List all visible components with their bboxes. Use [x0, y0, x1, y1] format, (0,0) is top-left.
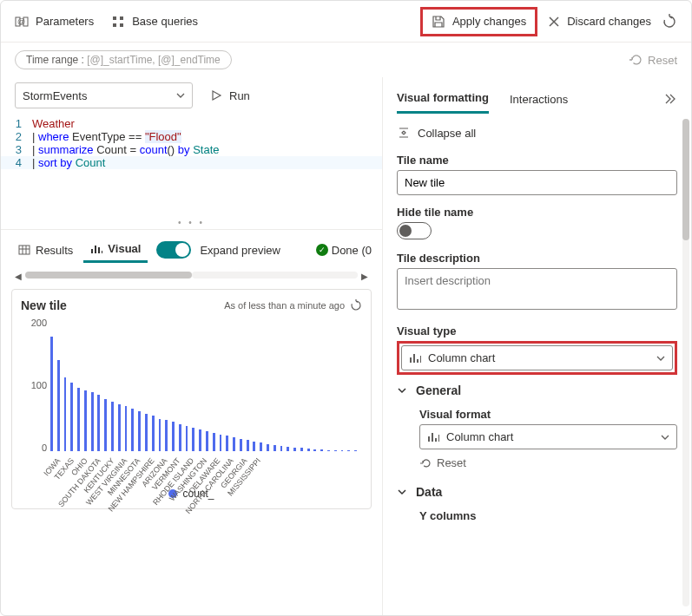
code-token: | [32, 143, 38, 156]
svg-rect-4 [120, 16, 123, 20]
y-tick: 100 [31, 380, 47, 390]
section-general[interactable]: General [397, 375, 677, 403]
tab-visual-formatting[interactable]: Visual formatting [397, 84, 489, 114]
chart-bar [274, 445, 276, 451]
chevron-double-right-icon[interactable] [663, 92, 677, 106]
chart-bar [226, 436, 228, 451]
save-icon [432, 15, 445, 29]
chart-bar [70, 383, 73, 451]
right-pane: Visual formatting Interactions Collapse … [383, 77, 691, 615]
chart-bar [300, 448, 303, 451]
tab-label: Visual formatting [397, 91, 489, 104]
table-icon [18, 244, 30, 256]
chart-bar [138, 411, 141, 452]
time-range-pill[interactable]: Time range : [@]_startTime, [@]_endTime [15, 50, 232, 69]
chart-bar [179, 424, 181, 452]
hide-tile-name-label: Hide tile name [397, 206, 677, 219]
datasource-select[interactable]: StormEvents [15, 82, 193, 108]
status-done: ✓ Done (0 [316, 244, 372, 257]
svg-rect-7 [19, 246, 30, 254]
y-tick: 200 [31, 318, 47, 328]
query-editor[interactable]: 1Weather 2| where EventType == "Flood" 3… [1, 114, 382, 173]
chart-bar [334, 450, 337, 452]
reset-visual-format[interactable]: Reset [419, 449, 677, 476]
chart-title: New tile [21, 298, 67, 312]
scroll-right-icon[interactable]: ▶ [358, 272, 372, 280]
chart-bar [347, 450, 350, 451]
check-icon: ✓ [316, 244, 328, 256]
grid-icon [111, 15, 125, 29]
discard-changes-button[interactable]: Discard changes [548, 15, 651, 28]
chart-bar [77, 388, 80, 452]
visual-type-value: Column chart [428, 351, 495, 364]
apply-changes-button[interactable]: Apply changes [420, 7, 537, 36]
chart-bar [145, 414, 148, 452]
section-general-label: General [416, 383, 461, 397]
code-token: EventType == [69, 130, 144, 143]
scroll-left-icon[interactable]: ◀ [11, 272, 25, 280]
code-token: Count = [94, 143, 140, 156]
chart-bar [91, 392, 94, 451]
visual-format-select[interactable]: Column chart [419, 424, 677, 449]
chart-bar [354, 450, 357, 451]
tab-label: Interactions [510, 93, 568, 106]
chart-bar [97, 395, 100, 451]
chart-tile: New tile As of less than a minute ago 20… [11, 289, 372, 509]
run-button[interactable]: Run [201, 86, 259, 106]
chart-bar [307, 449, 310, 451]
resize-handle[interactable]: • • • [1, 216, 382, 229]
parameters-button[interactable]: @ Parameters [15, 15, 94, 29]
visual-type-label: Visual type [397, 324, 677, 337]
chart-bar [327, 450, 330, 452]
collapse-icon [397, 126, 411, 140]
tile-name-input[interactable] [397, 170, 677, 195]
chart-plot: 200 100 0 IOWATEXASOHIOSOUTH DAKOTAKENTU… [21, 318, 362, 482]
hide-tile-name-toggle[interactable] [397, 222, 432, 239]
chart-bar [199, 429, 201, 451]
code-token: () [168, 143, 178, 156]
collapse-all-button[interactable]: Collapse all [397, 122, 677, 148]
close-icon [548, 16, 560, 28]
code-token: Count [72, 156, 105, 169]
column-chart-icon [427, 431, 439, 443]
vertical-scrollbar[interactable] [682, 119, 689, 606]
horizontal-scroll[interactable]: ◀ ▶ [11, 272, 372, 280]
chart-bar [50, 337, 53, 451]
discard-changes-label: Discard changes [567, 15, 651, 28]
chart-bar [84, 390, 87, 452]
reset-label: Reset [648, 54, 677, 67]
reset-button[interactable]: Reset [629, 53, 677, 67]
tile-description-input[interactable] [397, 268, 677, 310]
section-data-label: Data [416, 485, 442, 499]
section-data[interactable]: Data [397, 476, 677, 504]
chart-bar [159, 419, 161, 452]
chevron-down-icon [661, 433, 669, 442]
play-icon [210, 89, 222, 102]
chart-asof: As of less than a minute ago [224, 300, 345, 311]
refresh-icon[interactable] [662, 14, 677, 29]
base-queries-button[interactable]: Base queries [111, 15, 198, 29]
tab-results[interactable]: Results [11, 239, 80, 262]
svg-rect-5 [113, 23, 116, 27]
time-range-label: Time range : [26, 54, 84, 66]
refresh-icon[interactable] [350, 299, 362, 311]
code-token: | [32, 130, 38, 143]
result-tabs: Results Visual Expand preview ✓ Done (0 [1, 229, 382, 270]
chart-bar [253, 442, 255, 451]
reset-label: Reset [437, 456, 466, 469]
chart-bar [213, 433, 215, 451]
tab-visual[interactable]: Visual [83, 237, 148, 263]
chart-bar [293, 448, 296, 452]
tab-interactions[interactable]: Interactions [510, 86, 568, 113]
chart-bar [125, 406, 128, 451]
code-token: summarize [38, 143, 94, 156]
expand-preview-toggle[interactable] [156, 241, 191, 259]
left-pane: StormEvents Run 1Weather 2| where EventT… [1, 77, 383, 615]
visual-type-select[interactable]: Column chart [401, 345, 673, 370]
chart-bar [320, 449, 323, 451]
chart-bar [152, 416, 155, 451]
top-toolbar: @ Parameters Base queries Apply changes … [1, 1, 691, 43]
apply-changes-label: Apply changes [452, 15, 526, 28]
parameters-icon: @ [15, 15, 29, 29]
visual-format-value: Column chart [446, 430, 513, 443]
